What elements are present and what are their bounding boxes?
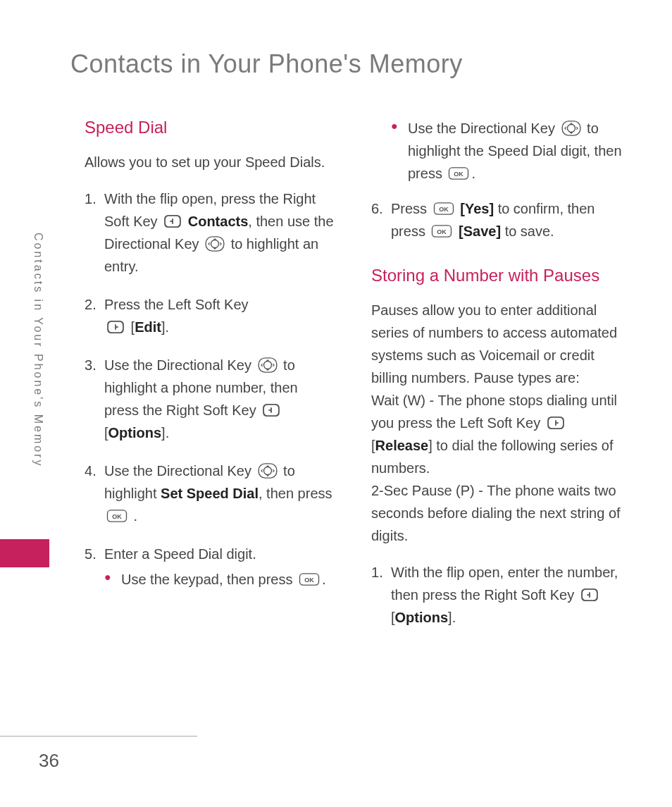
step-3-rb: ].: [161, 425, 169, 441]
ok-key-icon: [106, 510, 127, 522]
page-title: Contacts in Your Phone's Memory: [70, 49, 623, 79]
footer-rule: [0, 736, 197, 737]
step-4-text-a: Use the Directional Key: [104, 463, 256, 479]
step-6-save: [Save]: [459, 223, 501, 239]
step-6: Press [Yes] to confirm, then press [Save…: [371, 197, 623, 242]
directional-key-icon: [205, 236, 225, 252]
ok-key-icon: [431, 225, 452, 238]
step-2-text-a: Press the Left Soft Key: [104, 297, 249, 312]
step-5-bullet-1: Use the keypad, then press .: [104, 568, 336, 591]
directional-key-icon: [561, 121, 581, 136]
speed-dial-steps: With the flip open, press the Right Soft…: [85, 187, 336, 591]
step-2: Press the Left Soft Key [Edit].: [85, 293, 336, 338]
right-soft-key-icon: [163, 214, 182, 228]
pauses-2sec: 2-Sec Pause (P) - The phone waits two se…: [371, 479, 623, 547]
pauses-wait-bold: Release: [375, 438, 429, 453]
speed-dial-intro: Allows you to set up your Speed Dials.: [85, 151, 336, 173]
left-column: Speed Dial Allows you to set up your Spe…: [85, 114, 336, 644]
step-6-yes: [Yes]: [460, 201, 494, 216]
pauses-wait: Wait (W) - The phone stops dialing until…: [371, 389, 623, 479]
side-tab-marker: [0, 539, 49, 567]
step-4: Use the Directional Key to highlight Set…: [85, 460, 336, 527]
directional-key-icon: [258, 357, 278, 373]
step-5-b2-c: .: [471, 166, 475, 181]
step-2-bold: Edit: [135, 319, 161, 335]
right-soft-key-icon: [262, 403, 280, 417]
step-2-rb: ].: [161, 319, 169, 335]
right-column: Use the Directional Key to highlight the…: [371, 114, 623, 644]
step-5-bullet-2: Use the Directional Key to highlight the…: [391, 117, 623, 185]
ok-key-icon: [299, 573, 320, 586]
ok-key-icon: [433, 202, 454, 215]
pauses-wait-a: Wait (W) - The phone stops dialing until…: [371, 393, 617, 431]
step-5-b1-b: .: [322, 572, 326, 587]
left-soft-key-icon: [106, 320, 125, 334]
step-5-text: Enter a Speed Dial digit.: [104, 546, 256, 562]
pauses-step-1: With the flip open, enter the number, th…: [371, 561, 623, 629]
step-3-bold: Options: [108, 425, 162, 441]
step-3: Use the Directional Key to highlight a p…: [85, 354, 336, 444]
step-3-text-a: Use the Directional Key: [104, 357, 256, 373]
page-number: 36: [39, 750, 59, 772]
step-5-sublist-continued: Use the Directional Key to highlight the…: [371, 117, 623, 185]
side-section-label: Contacts in Your Phone's Memory: [32, 233, 44, 468]
step-5-b2-a: Use the Directional Key: [408, 121, 559, 136]
ok-key-icon: [448, 167, 469, 180]
heading-storing-pauses: Storing a Number with Pauses: [371, 262, 623, 289]
content-columns: Speed Dial Allows you to set up your Spe…: [85, 114, 623, 644]
pauses-step-1-rb: ].: [448, 610, 456, 625]
step-5-sublist: Use the keypad, then press .: [104, 568, 336, 591]
step-6-text-a: Press: [391, 201, 431, 216]
step-1-bold: Contacts: [188, 214, 249, 229]
step-1: With the flip open, press the Right Soft…: [85, 187, 336, 278]
pauses-step-1-bold: Options: [395, 610, 449, 625]
manual-page: Contacts in Your Phone's Memory Contacts…: [0, 0, 672, 807]
left-soft-key-icon: [547, 416, 565, 430]
right-soft-key-icon: [580, 588, 599, 602]
step-5-b1-a: Use the keypad, then press: [121, 572, 297, 587]
step-4-bold: Set Speed Dial: [161, 486, 259, 501]
speed-dial-steps-continued: Press [Yes] to confirm, then press [Save…: [371, 197, 623, 242]
step-6-text-e: to save.: [505, 223, 554, 239]
step-4-text-d: , then press: [259, 486, 332, 501]
heading-speed-dial: Speed Dial: [85, 114, 336, 141]
step-4-text-e: .: [134, 508, 138, 524]
pauses-intro: Pauses allow you to enter additional ser…: [371, 299, 623, 389]
directional-key-icon: [258, 463, 278, 479]
pauses-steps: With the flip open, enter the number, th…: [371, 561, 623, 629]
step-5: Enter a Speed Dial digit. Use the keypad…: [85, 543, 336, 591]
